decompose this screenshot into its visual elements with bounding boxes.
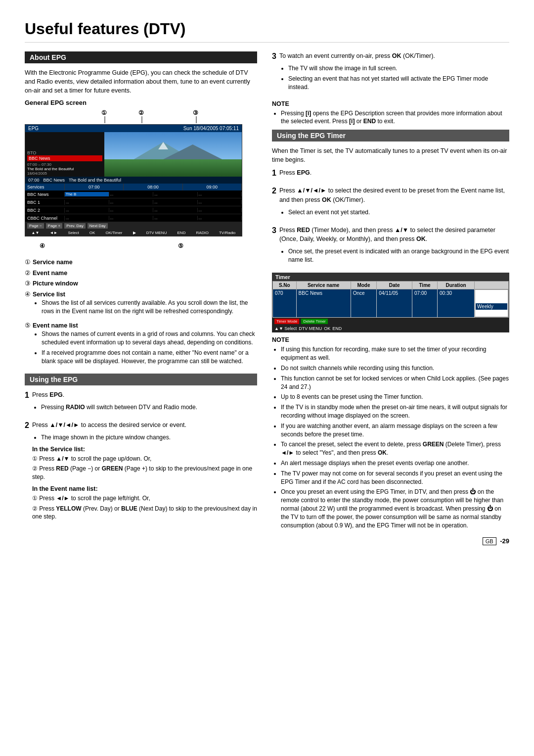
epg-row-bbc1: BBC 1 ... ... ... ... [25,198,242,206]
timer-note-bullet-2: Do not switch channels while recording u… [281,364,509,373]
timer-step-2-content: Press ▲/▼/◄/► to select the desired even… [279,186,509,220]
epg-note-box: NOTE Pressing [i] opens the EPG Descript… [272,100,509,126]
epg-btn-page-prev[interactable]: Page − [27,223,44,229]
timer-step-2-num: 2 [272,186,276,195]
epg-picture-window [104,132,242,177]
timer-note-bullets: If using this function for recording, ma… [272,345,509,529]
callout-1-strong: Service name [33,259,73,266]
epg-btn-prev-day[interactable]: Prev. Day [64,223,86,229]
epg-note-bullet-1: Pressing [i] opens the EPG Description s… [281,109,509,126]
epg-date: 18/04/2005 [27,171,102,176]
timer-btn-timer-mode[interactable]: Timer Mode [274,319,299,324]
mode-option-weekly[interactable]: Weekly [476,303,507,310]
callout-item-5: ⑤ Event name list Shows the names of cur… [25,322,257,370]
timer-step-3-content: Press RED (Timer Mode), and then press ▲… [279,226,509,268]
epg-prog-bbc2-4: ... [198,208,242,212]
timer-mode-dropdown-cell: Once Daily Weekly Monthly [475,289,509,318]
epg-datetime: Sun 18/04/2005 07:05:11 [183,126,239,131]
epg-preview-image-svg [104,132,242,177]
timer-note-bullet-10: Once you preset an event using the EPG T… [281,488,509,529]
epg-step-2-num: 2 [25,421,29,430]
timer-col-action [475,282,509,289]
epg-step-3-bullets: The TV will show the image in full scree… [279,64,509,91]
epg-screenshot-wrapper: ① ② ③ EPG Sun 18/04/2005 07:05:11 [25,109,257,252]
epg-nav-ok: OK [89,231,95,235]
timer-note-box: NOTE If using this function for recordin… [272,336,509,529]
timer-nav-menu: DTV MENU [299,326,322,331]
timer-col-date: Date [377,282,412,289]
timer-btn-delete[interactable]: Delete Timer [301,319,327,324]
service-list-item-2: ② Press RED (Page −) or GREEN (Page +) t… [32,465,257,481]
using-epg-header: Using the EPG [25,374,257,385]
timer-col-time: Time [412,282,438,289]
epg-prog-title: The Bold and the Beautiful [69,178,121,183]
epg-note-bullets: Pressing [i] opens the EPG Description s… [272,109,509,126]
epg-prog-bbcnews-3: ... [153,192,198,196]
epg-step-3-num: 3 [272,51,276,61]
epg-timeslot-3: 09:00 [183,184,242,190]
epg-btn-next-day[interactable]: Next Day [88,223,108,229]
timer-step-3-bullet-1: Once set, the preset event is indicated … [288,247,509,264]
epg-prog-time: 07:00 [28,178,40,183]
epg-screen-label: General EPG screen [25,99,257,106]
callout-item-4: ④ Service list Shows the list of all ser… [25,290,257,320]
epg-step-1-bullets: Pressing RADIO will switch between DTV a… [32,403,257,412]
callout-4-bullet-1: Shows the list of all services currently… [42,299,257,316]
timer-col-sno: S.No [273,282,297,289]
epg-label: EPG [28,126,39,131]
callout-5-num: ⑤ [178,242,183,249]
timer-step-2-text: Press ▲/▼/◄/► to select the desired even… [279,186,509,204]
timer-step-2-bullet-1: Select an event not yet started. [288,208,509,217]
epg-grid: BBC News The B ... ... ... BBC 1 ... ...… [25,190,242,222]
epg-prog-cbbc-3: ... [153,216,198,220]
epg-prog-cbbc-1: ... [65,216,109,220]
epg-step-2: 2 Press ▲/▼/◄/► to access the desired se… [25,421,257,523]
epg-services-label: Services [25,184,65,190]
timer-date: 04/11/05 [377,289,412,318]
callout-5-bullets: Shows the names of current events in a g… [33,330,257,365]
timer-mode-dropdown[interactable]: Once Daily Weekly Monthly [475,289,508,317]
timer-table-wrap: Timer S.No Service name Mode Date Time D… [272,273,509,332]
timer-step-1-text: Press EPG. [279,168,509,177]
epg-btn-page-next[interactable]: Page + [46,223,63,229]
epg-preview-left: BTO BBC News 07:00 – 07:30 The Bold and … [25,132,104,177]
timer-step-1-content: Press EPG. [279,168,509,181]
timer-note-bullet-5: If the TV is in standby mode when the pr… [281,403,509,420]
mode-option-daily[interactable]: Daily [476,297,507,303]
event-list-item-1: ① Press ◄/► to scroll the page left/righ… [32,494,257,503]
epg-nav-tvradio: TV/Radio [219,231,235,235]
svg-rect-4 [104,159,242,177]
timer-nav-bar-2: ▲▼ Select DTV MENU OK END [272,325,509,332]
page-footer: GB -29 [272,537,509,545]
epg-timer-section: Using the EPG Timer When the Timer is se… [272,130,509,529]
page-title: Useful features (DTV) [25,20,509,43]
timer-note-bullet-8: An alert message displays when the prese… [281,459,509,468]
epg-nav-bar-2: ▲▼ ◄► Select OK OK/Timer ▶ DTV MENU END … [25,230,242,236]
epg-timeslot-2: 08:00 [124,184,182,190]
callout-item-3: ③ Picture window [25,280,257,288]
callout-5-desc: Event name list Shows the names of curre… [33,322,257,370]
event-list-item-2: ② Press YELLOW (Prev. Day) or BLUE (Next… [32,505,257,521]
callout-1-label-num: ① [25,258,31,267]
epg-step-2-bullets: The image shown in the picture window ch… [32,433,257,442]
callout-4-num: ④ [40,242,45,249]
callout-1-num: ① [101,109,107,116]
timer-col-mode: Mode [351,282,377,289]
epg-prog-bbc1-4: ... [198,200,242,204]
mode-option-once[interactable]: Once [476,290,507,297]
gb-label: GB [486,538,493,544]
epg-time-range: 07:00 – 07:30 [27,162,102,167]
epg-prog-bbc2-1: ... [65,208,109,212]
epg-prog-bbcnews-1: The B [65,192,109,196]
epg-step-3-text: To watch an event currently on-air, pres… [279,51,509,60]
timer-nav-end: END [332,326,342,331]
mode-option-monthly[interactable]: Monthly [476,310,507,316]
epg-nav-menu: DTV MENU [146,231,167,235]
callout-1-desc: Service name [33,258,257,267]
epg-prog-bbcnews-2: ... [109,192,154,196]
epg-step-2-content: Press ▲/▼/◄/► to access the desired serv… [32,421,257,523]
epg-nav-end: END [178,231,186,235]
epg-prog-bbc1-1: ... [65,200,109,204]
epg-top-bar: EPG Sun 18/04/2005 07:05:11 [25,125,242,132]
timer-note-bullet-4: Up to 8 events can be preset using the T… [281,393,509,401]
